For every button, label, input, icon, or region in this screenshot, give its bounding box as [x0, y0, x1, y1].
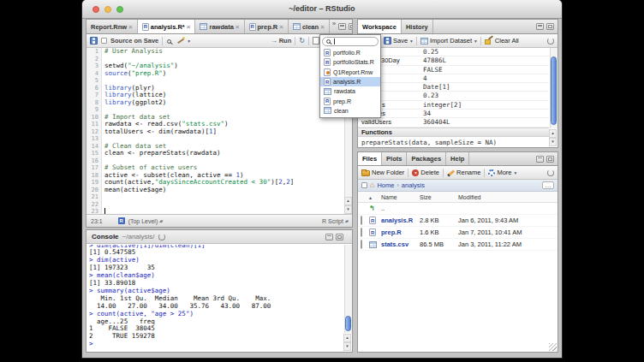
file-name-link[interactable]: analysis.R: [381, 217, 420, 224]
file-name-link[interactable]: prep.R: [381, 228, 420, 236]
code-line: 23: [86, 208, 344, 214]
file-row[interactable]: prep.R1.6 KBJan 7, 2011, 10:41 AM: [358, 227, 558, 239]
source-on-save-checkbox[interactable]: [101, 38, 107, 44]
tab-workspace[interactable]: Workspace: [358, 20, 402, 33]
new-folder-button[interactable]: New Folder: [361, 169, 404, 176]
select-all-checkbox[interactable]: [361, 182, 367, 188]
file-name-link[interactable]: stats.csv: [381, 240, 420, 248]
scroll-down-icon[interactable]: ▼: [343, 342, 351, 351]
close-tab-icon[interactable]: [128, 23, 133, 31]
breadcrumb-home[interactable]: Home: [377, 181, 394, 189]
minimize-pane-icon[interactable]: [536, 156, 544, 163]
tab-overflow-chevron-icon[interactable]: [330, 20, 338, 33]
file-search-input[interactable]: [322, 37, 379, 46]
doctype-selector[interactable]: R Script: [322, 218, 348, 224]
import-dataset-button[interactable]: Import Dataset: [420, 37, 477, 45]
editor-tab[interactable]: clean: [289, 20, 330, 33]
title-bar[interactable]: ~/editor – RStudio: [82, 0, 562, 19]
scroll-down-icon[interactable]: ▼: [344, 205, 352, 214]
editor-tab[interactable]: rawdata: [195, 20, 244, 33]
maximize-pane-icon[interactable]: [336, 234, 343, 240]
tab-packages[interactable]: Packages: [407, 152, 446, 165]
breadcrumb-folder[interactable]: analysis: [402, 181, 425, 189]
file-checkbox[interactable]: [361, 216, 362, 225]
dropdown-file-item[interactable]: analysis.R: [320, 77, 380, 86]
file-row[interactable]: analysis.R2.8 KBJan 6, 2011, 9:43 AM: [358, 215, 558, 227]
maximize-pane-icon[interactable]: [349, 23, 353, 30]
icon-cell: [369, 241, 381, 248]
console-output[interactable]: > dim(active)[1]/dim(clean)[1][1] 0.5475…: [89, 245, 343, 350]
tab-help[interactable]: Help: [446, 152, 469, 165]
workspace-object-row[interactable]: FALSE: [358, 66, 549, 74]
path-ellipsis-button[interactable]: [542, 181, 554, 189]
minimize-pane-icon[interactable]: [325, 234, 333, 240]
scroll-down-icon[interactable]: ▼: [549, 138, 557, 146]
workspace-object-row[interactable]: 30Day47886L: [358, 56, 549, 65]
close-tab-icon[interactable]: [187, 23, 191, 31]
tab-files[interactable]: Files: [358, 152, 382, 165]
file-checkbox[interactable]: [361, 240, 362, 249]
rename-button[interactable]: Rename: [447, 169, 480, 176]
editor-tab[interactable]: Report.Rnw: [86, 20, 138, 33]
workspace-object-row[interactable]: Date[1]: [358, 83, 549, 92]
clear-all-button[interactable]: Clear All: [485, 37, 519, 45]
editor-tab[interactable]: prep.R: [245, 20, 289, 33]
minimize-pane-icon[interactable]: [338, 23, 346, 30]
save-icon[interactable]: [90, 37, 98, 45]
workspace-object-row[interactable]: 0.25: [358, 48, 549, 56]
close-window-icon[interactable]: [92, 6, 99, 13]
rerun-icon[interactable]: [299, 37, 305, 45]
column-header-modified[interactable]: Modified: [458, 194, 558, 200]
workspace-object-row[interactable]: 4: [358, 74, 549, 83]
close-tab-icon[interactable]: [320, 23, 325, 31]
code-editor[interactable]: 1# User Analysis23setwd("~/analysis")4so…: [86, 48, 344, 214]
dropdown-file-item[interactable]: Q1Report.Rnw: [320, 68, 380, 77]
dropdown-file-item[interactable]: rawdata: [320, 86, 380, 96]
goto-directory-icon[interactable]: [158, 234, 165, 240]
zoom-window-icon[interactable]: [116, 6, 123, 13]
console-scrollbar[interactable]: [344, 245, 352, 333]
maximize-pane-icon[interactable]: [546, 156, 554, 163]
workspace-object-row[interactable]: sinteger[2]: [358, 101, 549, 110]
find-icon[interactable]: [167, 39, 171, 44]
close-tab-icon[interactable]: [236, 23, 240, 31]
column-header-size[interactable]: Size: [420, 194, 458, 200]
workspace-scrollbar[interactable]: [550, 48, 558, 128]
editor-tab[interactable]: analysis.R*: [138, 20, 196, 33]
workspace-object-row[interactable]: validUsers360404L: [358, 118, 549, 127]
scroll-up-icon[interactable]: ▲: [343, 334, 351, 342]
close-tab-icon[interactable]: [279, 23, 283, 31]
home-icon[interactable]: [370, 181, 374, 189]
tab-plots[interactable]: Plots: [382, 152, 407, 165]
minimize-window-icon[interactable]: [104, 6, 111, 13]
scroll-up-icon[interactable]: ▲: [344, 197, 352, 205]
column-header-name[interactable]: Name: [381, 194, 420, 200]
more-button[interactable]: More: [488, 169, 516, 176]
scroll-thumb[interactable]: [345, 316, 351, 331]
refresh-icon[interactable]: [547, 169, 554, 176]
run-button[interactable]: Run: [271, 37, 292, 45]
scroll-thumb[interactable]: [551, 56, 557, 125]
function-signature[interactable]: prepareStats(data, sampleSize = NA): [358, 138, 549, 147]
file-row[interactable]: stats.csv86.5 MBJan 3, 2011, 11:22 AM: [358, 239, 558, 251]
file-row[interactable]: ..: [358, 203, 558, 215]
scroll-up-icon[interactable]: ▲: [549, 129, 557, 138]
workspace-object-row[interactable]: 0.23: [358, 92, 549, 100]
file-checkbox[interactable]: [361, 228, 362, 237]
resize-grip[interactable]: [549, 343, 557, 351]
tab-history[interactable]: History: [402, 20, 433, 33]
workspace-object-row[interactable]: ables34: [358, 110, 549, 118]
scope-selector[interactable]: (Top Level): [128, 218, 163, 224]
dropdown-file-item[interactable]: clean: [320, 106, 380, 116]
dropdown-file-item[interactable]: portfolio.R: [320, 48, 380, 57]
line-number: 5: [86, 77, 102, 85]
minimize-pane-icon[interactable]: [536, 23, 544, 30]
delete-button[interactable]: Delete: [412, 169, 439, 176]
dropdown-file-item[interactable]: prep.R: [320, 96, 380, 105]
maximize-pane-icon[interactable]: [546, 23, 554, 30]
dropdown-file-item[interactable]: portfolioStats.R: [320, 57, 380, 67]
compile-notebook-icon[interactable]: [313, 37, 319, 45]
save-workspace-button[interactable]: Save: [384, 37, 413, 45]
code-tools-button[interactable]: [176, 37, 190, 45]
refresh-icon[interactable]: [547, 38, 554, 45]
